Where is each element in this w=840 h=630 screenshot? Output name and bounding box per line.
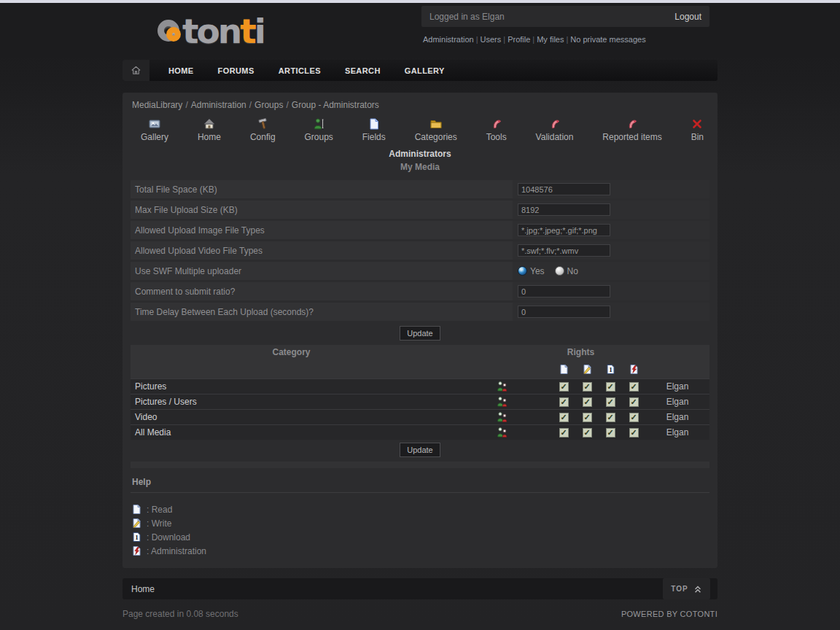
double-chevron-up-icon	[693, 584, 702, 594]
home-outline-icon	[131, 65, 141, 76]
gallery-icon	[149, 118, 160, 130]
table-row-all-media: All Media ✓ ✓ ✓ ✓ Elgan	[131, 424, 709, 440]
nav-item-search[interactable]: SEARCH	[345, 66, 381, 75]
form-row-swf-uploader: Use SWF Multiple uploader Yes No	[131, 262, 709, 280]
group-users-icon[interactable]	[452, 411, 552, 423]
svg-text:1: 1	[135, 534, 139, 541]
nav-item-gallery[interactable]: GALLERY	[405, 66, 445, 75]
fields-document-icon	[368, 118, 380, 130]
write-checkbox[interactable]: ✓	[583, 382, 592, 392]
toolbar-reported-items[interactable]: Reported items	[602, 118, 661, 142]
breadcrumb: MediaLibrary/Administration/Groups/Group…	[132, 100, 709, 110]
rights-update-button[interactable]: Update	[400, 443, 440, 457]
toolbar-tools[interactable]: Tools	[486, 118, 507, 142]
swf-uploader-no-radio[interactable]: No	[555, 266, 578, 276]
footer-home-link[interactable]: Home	[122, 584, 155, 594]
admin-checkbox[interactable]: ✓	[629, 428, 639, 438]
config-hammer-icon	[257, 118, 268, 130]
breadcrumb-medialibrary[interactable]: MediaLibrary	[132, 100, 182, 110]
settings-form: Total File Space (KB) Max File Upload Si…	[131, 180, 709, 343]
row-user-link[interactable]: Elgan	[645, 412, 709, 422]
link-administration[interactable]: Administration	[423, 35, 474, 44]
total-file-space-input[interactable]	[518, 183, 610, 195]
footer-bar: Home TOP	[122, 578, 718, 599]
help-section: Help : Read : Write 1 : Download	[131, 477, 709, 558]
row-user-link[interactable]: Elgan	[645, 397, 709, 407]
max-upload-size-input[interactable]	[518, 203, 610, 216]
logout-link[interactable]: Logout	[674, 12, 701, 22]
nav-item-home[interactable]: HOME	[168, 66, 194, 75]
category-column-header: Category	[131, 347, 452, 357]
link-my-files[interactable]: My files	[537, 35, 564, 44]
rights-column-header: Rights	[452, 347, 709, 357]
toolbar-categories[interactable]: Categories	[415, 118, 457, 142]
administration-document-icon	[629, 365, 639, 374]
toolbar-fields[interactable]: Fields	[362, 118, 386, 142]
download-document-icon: 1	[132, 532, 141, 542]
toolbar-config[interactable]: Config	[250, 118, 276, 142]
toolbar-bin[interactable]: Bin	[691, 118, 704, 142]
page-subtitle: My Media	[131, 162, 709, 172]
administration-document-icon	[132, 546, 141, 556]
download-checkbox[interactable]: ✓	[606, 413, 615, 422]
cotonti-logo[interactable]: tonti	[158, 10, 264, 51]
tools-icon	[491, 118, 502, 130]
back-to-top-button[interactable]: TOP	[663, 578, 710, 599]
write-document-icon	[132, 518, 141, 528]
comment-ratio-input[interactable]	[518, 285, 610, 298]
reported-items-icon	[626, 118, 638, 130]
group-users-icon[interactable]	[452, 427, 552, 438]
image-file-types-input[interactable]	[518, 224, 610, 236]
help-divider	[131, 492, 709, 493]
read-checkbox[interactable]: ✓	[559, 397, 569, 407]
breadcrumb-administration[interactable]: Administration	[191, 100, 246, 110]
download-checkbox[interactable]: ✓	[606, 397, 615, 407]
video-file-types-input[interactable]	[518, 244, 610, 257]
group-users-icon[interactable]	[452, 396, 552, 408]
table-row-pictures-users: Pictures / Users ✓ ✓ ✓ ✓ Elgan	[131, 394, 709, 409]
settings-update-button[interactable]: Update	[400, 326, 440, 341]
nav-item-articles[interactable]: ARTICLES	[279, 66, 321, 75]
write-checkbox[interactable]: ✓	[583, 413, 592, 422]
form-row-video-file-types: Allowed Upload Video File Types	[131, 241, 709, 260]
download-document-icon: 1	[606, 365, 615, 374]
page-meta-line: Page created in 0.08 seconds POWERED BY …	[122, 609, 718, 619]
table-section-footer	[131, 462, 709, 468]
link-profile[interactable]: Profile	[508, 35, 530, 44]
toolbar-gallery[interactable]: Gallery	[141, 118, 168, 142]
link-users[interactable]: Users	[481, 35, 502, 44]
read-checkbox[interactable]: ✓	[559, 413, 569, 422]
form-row-image-file-types: Allowed Upload Image File Types	[131, 221, 709, 239]
group-users-icon[interactable]	[452, 381, 552, 392]
time-delay-input[interactable]	[518, 306, 610, 318]
read-checkbox[interactable]: ✓	[559, 382, 569, 392]
row-user-link[interactable]: Elgan	[645, 381, 709, 392]
navbar-home-button[interactable]	[122, 60, 149, 81]
toolbar-groups[interactable]: Groups	[304, 118, 332, 142]
powered-by-text[interactable]: POWERED BY COTONTI	[621, 610, 718, 618]
rights-table: Category Rights	[131, 345, 709, 468]
user-links: Administration|Users|Profile|My files|No…	[423, 35, 646, 44]
link-private-messages[interactable]: No private messages	[570, 35, 645, 44]
breadcrumb-current: Group - Administrators	[292, 100, 379, 110]
validation-icon	[549, 118, 561, 130]
help-item-write: : Write	[132, 516, 709, 530]
admin-checkbox[interactable]: ✓	[629, 413, 639, 422]
write-checkbox[interactable]: ✓	[583, 428, 592, 438]
toolbar-validation[interactable]: Validation	[536, 118, 574, 142]
download-checkbox[interactable]: ✓	[606, 428, 615, 438]
admin-checkbox[interactable]: ✓	[629, 397, 639, 407]
read-checkbox[interactable]: ✓	[559, 428, 569, 438]
admin-checkbox[interactable]: ✓	[629, 382, 639, 392]
toolbar-home[interactable]: Home	[198, 118, 221, 142]
nav-item-forums[interactable]: FORUMS	[218, 66, 254, 75]
breadcrumb-groups[interactable]: Groups	[254, 100, 283, 110]
download-checkbox[interactable]: ✓	[606, 382, 615, 392]
swf-uploader-yes-radio[interactable]: Yes	[518, 266, 545, 276]
home-icon	[203, 118, 215, 130]
write-checkbox[interactable]: ✓	[583, 397, 592, 407]
main-navbar: HOME FORUMS ARTICLES SEARCH GALLERY	[122, 60, 718, 81]
categories-folder-icon	[430, 118, 442, 130]
row-user-link[interactable]: Elgan	[645, 427, 709, 438]
rights-table-header: Category Rights	[131, 345, 709, 378]
